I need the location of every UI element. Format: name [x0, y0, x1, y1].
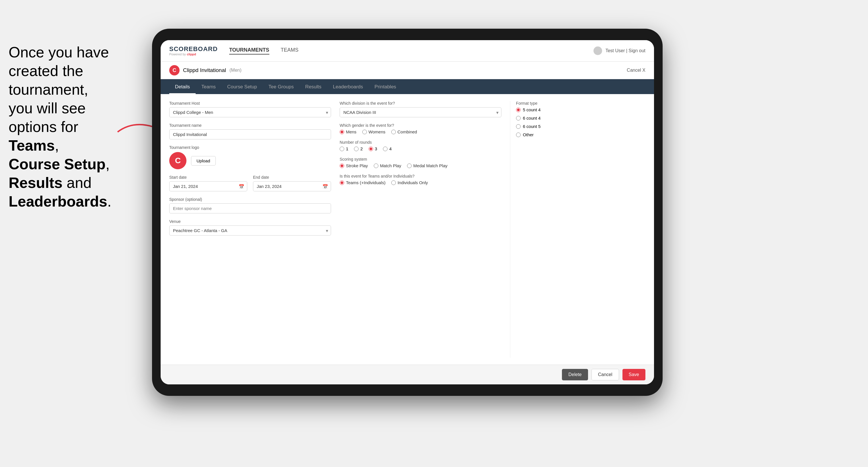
sponsor-group: Sponsor (optional) [169, 197, 331, 213]
tab-tee-groups[interactable]: Tee Groups [263, 81, 300, 94]
rounds-3-option[interactable]: 3 [369, 146, 377, 151]
individuals-only-option[interactable]: Individuals Only [391, 180, 428, 185]
format-col: Format type 5 count 4 6 count 4 6 cou [510, 101, 645, 358]
user-sign-out[interactable]: Test User | Sign out [606, 48, 645, 53]
gender-womens-option[interactable]: Womens [362, 129, 385, 134]
end-date-wrapper: 📅 [253, 181, 331, 191]
scoring-match-label: Match Play [380, 163, 401, 168]
tab-leaderboards[interactable]: Leaderboards [327, 81, 369, 94]
scoring-label: Scoring system [340, 157, 501, 161]
nav-teams[interactable]: TEAMS [281, 47, 299, 55]
scoring-stroke-radio[interactable] [340, 163, 344, 168]
division-select[interactable]: NCAA Division III [340, 107, 501, 117]
sponsor-input[interactable] [169, 204, 331, 213]
gender-combined-label: Combined [398, 129, 417, 134]
scoring-match-radio[interactable] [374, 163, 378, 168]
individuals-only-label: Individuals Only [398, 180, 428, 185]
rounds-4-option[interactable]: 4 [383, 146, 392, 151]
gender-label: Which gender is the event for? [340, 123, 501, 128]
end-date-group: End date 📅 [253, 175, 331, 191]
tab-printables[interactable]: Printables [369, 81, 402, 94]
tournament-host-select[interactable]: Clippd College - Men [169, 107, 331, 117]
gender-mens-label: Mens [346, 129, 356, 134]
format-other-option[interactable]: Other [516, 132, 645, 137]
format-6count5-option[interactable]: 6 count 5 [516, 124, 645, 129]
gender-womens-radio[interactable] [362, 130, 367, 134]
delete-button[interactable]: Delete [562, 369, 588, 380]
start-date-input[interactable] [169, 181, 247, 191]
venue-group: Venue Peachtree GC - Atlanta - GA [169, 219, 331, 236]
rounds-radio-group: 1 2 3 4 [340, 146, 501, 151]
tab-details[interactable]: Details [169, 81, 196, 94]
format-6count4-radio[interactable] [516, 116, 521, 121]
teams-plus-individuals-option[interactable]: Teams (+Individuals) [340, 180, 385, 185]
tab-teams[interactable]: Teams [196, 81, 221, 94]
tab-bar: Details Teams Course Setup Tee Groups Re… [161, 79, 654, 94]
tournament-host-label: Tournament Host [169, 101, 331, 105]
gender-mens-option[interactable]: Mens [340, 129, 356, 134]
end-date-input[interactable] [253, 181, 331, 191]
venue-select[interactable]: Peachtree GC - Atlanta - GA [169, 225, 331, 236]
format-6count5-radio[interactable] [516, 124, 521, 129]
format-other-radio[interactable] [516, 132, 521, 137]
form-col-left: Tournament Host Clippd College - Men Tou… [169, 101, 331, 358]
tournament-name-input[interactable] [169, 129, 331, 139]
tournament-host-select-wrapper: Clippd College - Men [169, 107, 331, 117]
format-5count4-radio[interactable] [516, 107, 521, 112]
rounds-3-radio[interactable] [369, 147, 373, 151]
save-button[interactable]: Save [622, 369, 645, 380]
division-group: Which division is the event for? NCAA Di… [340, 101, 501, 117]
gender-group: Which gender is the event for? Mens Wome… [340, 123, 501, 134]
scoring-match-option[interactable]: Match Play [374, 163, 401, 168]
rounds-1-label: 1 [346, 146, 348, 151]
tab-results[interactable]: Results [300, 81, 327, 94]
tournament-name-group: Tournament name [169, 123, 331, 139]
rounds-2-option[interactable]: 2 [354, 146, 363, 151]
cancel-button[interactable]: Cancel [591, 369, 619, 380]
rounds-1-radio[interactable] [340, 147, 344, 151]
user-avatar [593, 46, 602, 55]
logo-area: SCOREBOARD Powered by clippd [169, 45, 218, 56]
bottom-action-bar: Delete Cancel Save [161, 365, 654, 384]
tournament-name-display: Clippd Invitational [183, 67, 226, 73]
nav-tournaments[interactable]: TOURNAMENTS [229, 47, 269, 55]
tournament-subtitle: (Men) [229, 68, 242, 73]
sponsor-label: Sponsor (optional) [169, 197, 331, 201]
gender-womens-label: Womens [369, 129, 385, 134]
teams-radio-group: Teams (+Individuals) Individuals Only [340, 180, 501, 185]
teams-plus-individuals-radio[interactable] [340, 181, 344, 185]
individuals-only-radio[interactable] [391, 181, 396, 185]
format-6count5-label: 6 count 5 [523, 124, 541, 129]
scoring-stroke-option[interactable]: Stroke Play [340, 163, 368, 168]
gender-mens-radio[interactable] [340, 130, 344, 134]
format-radio-group: 5 count 4 6 count 4 6 count 5 Other [516, 107, 645, 137]
format-6count4-option[interactable]: 6 count 4 [516, 116, 645, 121]
scoring-medal-match-radio[interactable] [407, 163, 412, 168]
cancel-tournament-button[interactable]: Cancel X [627, 68, 645, 73]
format-5count4-option[interactable]: 5 count 4 [516, 107, 645, 112]
scoring-stroke-label: Stroke Play [346, 163, 368, 168]
tab-course-setup[interactable]: Course Setup [221, 81, 263, 94]
nav-left: SCOREBOARD Powered by clippd TOURNAMENTS… [169, 45, 299, 56]
nav-right: Test User | Sign out [593, 46, 645, 55]
tournament-logo-label: Tournament logo [169, 145, 331, 150]
upload-button[interactable]: Upload [191, 156, 216, 165]
division-select-wrapper: NCAA Division III [340, 107, 501, 117]
rounds-4-radio[interactable] [383, 147, 388, 151]
venue-select-wrapper: Peachtree GC - Atlanta - GA [169, 225, 331, 236]
tournament-host-group: Tournament Host Clippd College - Men [169, 101, 331, 117]
rounds-1-option[interactable]: 1 [340, 146, 348, 151]
teams-individuals-group: Is this event for Teams and/or Individua… [340, 174, 501, 185]
rounds-2-radio[interactable] [354, 147, 359, 151]
app-content: SCOREBOARD Powered by clippd TOURNAMENTS… [161, 40, 654, 384]
format-6count4-label: 6 count 4 [523, 116, 541, 121]
scoring-medal-match-option[interactable]: Medal Match Play [407, 163, 447, 168]
scoring-radio-group: Stroke Play Match Play Medal Match Play [340, 163, 501, 168]
teams-plus-individuals-label: Teams (+Individuals) [346, 180, 385, 185]
gender-combined-radio[interactable] [391, 130, 396, 134]
gender-combined-option[interactable]: Combined [391, 129, 417, 134]
top-nav: SCOREBOARD Powered by clippd TOURNAMENTS… [161, 40, 654, 62]
rounds-3-label: 3 [375, 146, 377, 151]
app-logo: SCOREBOARD [169, 45, 218, 53]
format-other-label: Other [523, 132, 534, 137]
